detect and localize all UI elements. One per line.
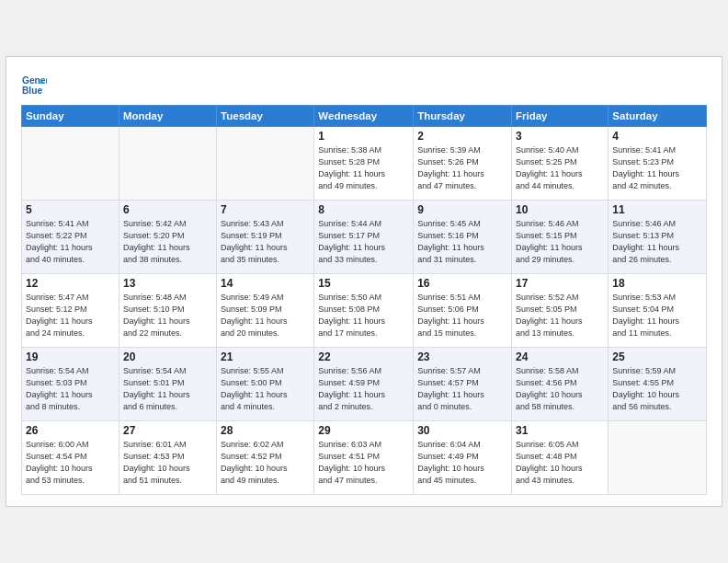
day-cell: 5Sunrise: 5:41 AMSunset: 5:22 PMDaylight…: [22, 201, 119, 274]
week-row-3: 12Sunrise: 5:47 AMSunset: 5:12 PMDayligh…: [22, 274, 707, 348]
day-cell: [217, 127, 314, 201]
week-row-1: 1Sunrise: 5:38 AMSunset: 5:28 PMDaylight…: [22, 127, 707, 201]
day-info: Sunrise: 5:40 AMSunset: 5:25 PMDaylight:…: [516, 144, 604, 192]
day-cell: 12Sunrise: 5:47 AMSunset: 5:12 PMDayligh…: [22, 274, 119, 348]
day-info: Sunrise: 5:43 AMSunset: 5:19 PMDaylight:…: [221, 218, 310, 266]
weekday-tuesday: Tuesday: [217, 106, 314, 127]
logo: General Blue: [21, 72, 51, 98]
day-info: Sunrise: 5:58 AMSunset: 4:56 PMDaylight:…: [516, 365, 604, 413]
day-number: 16: [417, 277, 507, 290]
day-cell: 8Sunrise: 5:44 AMSunset: 5:17 PMDaylight…: [314, 201, 414, 274]
day-number: 3: [516, 130, 604, 143]
day-number: 7: [221, 203, 310, 216]
weekday-wednesday: Wednesday: [314, 106, 414, 127]
day-number: 31: [516, 424, 604, 437]
day-cell: [22, 127, 119, 201]
week-row-2: 5Sunrise: 5:41 AMSunset: 5:22 PMDaylight…: [22, 201, 707, 274]
day-info: Sunrise: 5:41 AMSunset: 5:23 PMDaylight:…: [612, 144, 702, 192]
day-cell: 26Sunrise: 6:00 AMSunset: 4:54 PMDayligh…: [22, 421, 119, 495]
day-cell: 18Sunrise: 5:53 AMSunset: 5:04 PMDayligh…: [609, 274, 707, 348]
day-cell: 21Sunrise: 5:55 AMSunset: 5:00 PMDayligh…: [217, 348, 314, 421]
day-info: Sunrise: 5:39 AMSunset: 5:26 PMDaylight:…: [417, 144, 507, 192]
day-cell: [609, 421, 707, 495]
day-info: Sunrise: 5:42 AMSunset: 5:20 PMDaylight:…: [123, 218, 212, 266]
week-row-4: 19Sunrise: 5:54 AMSunset: 5:03 PMDayligh…: [22, 348, 707, 421]
day-cell: 17Sunrise: 5:52 AMSunset: 5:05 PMDayligh…: [511, 274, 608, 348]
day-info: Sunrise: 5:45 AMSunset: 5:16 PMDaylight:…: [417, 218, 507, 266]
weekday-header-row: SundayMondayTuesdayWednesdayThursdayFrid…: [22, 106, 707, 127]
svg-text:Blue: Blue: [22, 86, 43, 96]
day-info: Sunrise: 5:49 AMSunset: 5:09 PMDaylight:…: [221, 292, 310, 339]
day-info: Sunrise: 5:59 AMSunset: 4:55 PMDaylight:…: [612, 365, 702, 413]
day-number: 26: [26, 424, 115, 437]
weekday-thursday: Thursday: [414, 106, 512, 127]
day-cell: 29Sunrise: 6:03 AMSunset: 4:51 PMDayligh…: [314, 421, 414, 495]
day-number: 1: [318, 130, 409, 143]
day-number: 4: [612, 130, 702, 143]
day-cell: 11Sunrise: 5:46 AMSunset: 5:13 PMDayligh…: [609, 201, 707, 274]
day-info: Sunrise: 6:01 AMSunset: 4:53 PMDaylight:…: [123, 439, 212, 487]
day-number: 12: [26, 277, 115, 290]
day-number: 2: [417, 130, 507, 143]
day-number: 10: [516, 203, 604, 216]
day-info: Sunrise: 5:52 AMSunset: 5:05 PMDaylight:…: [516, 292, 604, 339]
day-cell: 14Sunrise: 5:49 AMSunset: 5:09 PMDayligh…: [217, 274, 314, 348]
day-number: 5: [26, 203, 115, 216]
day-info: Sunrise: 5:50 AMSunset: 5:08 PMDaylight:…: [318, 292, 409, 339]
weekday-sunday: Sunday: [22, 106, 119, 127]
day-number: 21: [221, 350, 310, 363]
day-info: Sunrise: 5:56 AMSunset: 4:59 PMDaylight:…: [318, 365, 409, 413]
day-cell: 19Sunrise: 5:54 AMSunset: 5:03 PMDayligh…: [22, 348, 119, 421]
day-cell: 27Sunrise: 6:01 AMSunset: 4:53 PMDayligh…: [119, 421, 216, 495]
day-info: Sunrise: 5:54 AMSunset: 5:01 PMDaylight:…: [123, 365, 212, 413]
day-number: 18: [612, 277, 702, 290]
day-number: 24: [516, 350, 604, 363]
day-info: Sunrise: 5:53 AMSunset: 5:04 PMDaylight:…: [612, 292, 702, 339]
day-cell: 15Sunrise: 5:50 AMSunset: 5:08 PMDayligh…: [314, 274, 414, 348]
day-number: 14: [221, 277, 310, 290]
day-number: 22: [318, 350, 409, 363]
day-cell: 31Sunrise: 6:05 AMSunset: 4:48 PMDayligh…: [511, 421, 608, 495]
day-info: Sunrise: 5:47 AMSunset: 5:12 PMDaylight:…: [26, 292, 115, 339]
day-number: 28: [221, 424, 310, 437]
day-cell: 30Sunrise: 6:04 AMSunset: 4:49 PMDayligh…: [414, 421, 512, 495]
week-row-5: 26Sunrise: 6:00 AMSunset: 4:54 PMDayligh…: [22, 421, 707, 495]
day-info: Sunrise: 6:05 AMSunset: 4:48 PMDaylight:…: [516, 439, 604, 487]
day-number: 25: [612, 350, 702, 363]
day-number: 20: [123, 350, 212, 363]
day-info: Sunrise: 6:04 AMSunset: 4:49 PMDaylight:…: [417, 439, 507, 487]
day-cell: 24Sunrise: 5:58 AMSunset: 4:56 PMDayligh…: [511, 348, 608, 421]
weekday-friday: Friday: [511, 106, 608, 127]
day-cell: 9Sunrise: 5:45 AMSunset: 5:16 PMDaylight…: [414, 201, 512, 274]
day-cell: 28Sunrise: 6:02 AMSunset: 4:52 PMDayligh…: [217, 421, 314, 495]
weekday-saturday: Saturday: [609, 106, 707, 127]
day-info: Sunrise: 6:02 AMSunset: 4:52 PMDaylight:…: [221, 439, 310, 487]
day-info: Sunrise: 5:54 AMSunset: 5:03 PMDaylight:…: [26, 365, 115, 413]
calendar-header: General Blue: [21, 72, 707, 98]
day-info: Sunrise: 5:46 AMSunset: 5:15 PMDaylight:…: [516, 218, 604, 266]
day-cell: 10Sunrise: 5:46 AMSunset: 5:15 PMDayligh…: [511, 201, 608, 274]
day-cell: 6Sunrise: 5:42 AMSunset: 5:20 PMDaylight…: [119, 201, 216, 274]
day-cell: 22Sunrise: 5:56 AMSunset: 4:59 PMDayligh…: [314, 348, 414, 421]
day-info: Sunrise: 6:00 AMSunset: 4:54 PMDaylight:…: [26, 439, 115, 487]
day-info: Sunrise: 5:44 AMSunset: 5:17 PMDaylight:…: [318, 218, 409, 266]
day-number: 13: [123, 277, 212, 290]
day-number: 17: [516, 277, 604, 290]
day-number: 29: [318, 424, 409, 437]
day-info: Sunrise: 5:41 AMSunset: 5:22 PMDaylight:…: [26, 218, 115, 266]
day-cell: 23Sunrise: 5:57 AMSunset: 4:57 PMDayligh…: [414, 348, 512, 421]
day-number: 8: [318, 203, 409, 216]
day-cell: 2Sunrise: 5:39 AMSunset: 5:26 PMDaylight…: [414, 127, 512, 201]
day-info: Sunrise: 5:57 AMSunset: 4:57 PMDaylight:…: [417, 365, 507, 413]
day-cell: 3Sunrise: 5:40 AMSunset: 5:25 PMDaylight…: [511, 127, 608, 201]
day-info: Sunrise: 5:46 AMSunset: 5:13 PMDaylight:…: [612, 218, 702, 266]
svg-text:General: General: [22, 75, 47, 86]
day-number: 15: [318, 277, 409, 290]
day-number: 9: [417, 203, 507, 216]
day-cell: 20Sunrise: 5:54 AMSunset: 5:01 PMDayligh…: [119, 348, 216, 421]
day-cell: 7Sunrise: 5:43 AMSunset: 5:19 PMDaylight…: [217, 201, 314, 274]
calendar-table: SundayMondayTuesdayWednesdayThursdayFrid…: [21, 105, 707, 495]
day-cell: 4Sunrise: 5:41 AMSunset: 5:23 PMDaylight…: [609, 127, 707, 201]
day-cell: [119, 127, 216, 201]
calendar-container: General Blue SundayMondayTuesdayWednesda…: [6, 56, 722, 507]
